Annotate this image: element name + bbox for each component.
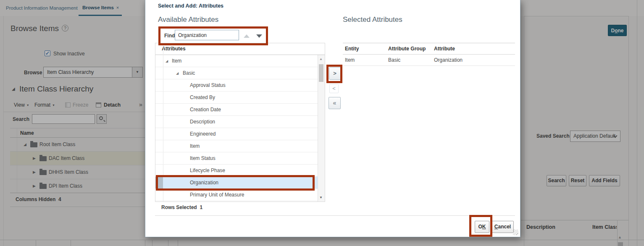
attribute-row-creation-date[interactable]: Creation Date [155,104,325,116]
attribute-row-item[interactable]: ◢Item [155,55,325,67]
attribute-row-item[interactable]: Item [155,140,325,152]
attribute-column-header[interactable]: Attribute [434,43,455,55]
selected-table-row[interactable]: Item Basic Organization [343,55,515,66]
expanded-caret-icon[interactable]: ◢ [166,55,168,67]
selected-attributes-heading: Selected Attributes [343,16,402,24]
highlight-move-button [326,65,342,83]
attribute-row-created-by[interactable]: Created By [155,92,325,104]
cancel-button[interactable]: Cancel [492,221,514,233]
remove-all-button[interactable]: « [329,97,341,109]
entity-column-header[interactable]: Entity [345,43,359,55]
attribute-row-basic[interactable]: ◢Basic [155,67,325,79]
attribute-row-primary-unit-of-measure[interactable]: Primary Unit of Measure [155,189,325,201]
scrollbar-thumb[interactable] [319,64,323,82]
remove-selected-button[interactable]: < [329,84,339,93]
attribute-row-item-status[interactable]: Item Status [155,152,325,165]
selected-attributes-table: Entity Attribute Group Attribute Item Ba… [343,43,515,66]
attribute-row-approval-status[interactable]: Approval Status [155,79,325,92]
application-window: Product Information Management Browse It… [0,0,644,246]
attribute-row-engineered[interactable]: Engineered [155,128,325,140]
attributes-scrollbar[interactable]: ▲ ▼ [318,55,325,202]
highlight-find-field [158,26,268,45]
dialog-title: Select and Add: Attributes [158,3,223,9]
highlight-organization-row [156,175,315,191]
selected-table-header: Entity Attribute Group Attribute [343,43,515,55]
attribute-group-column-header[interactable]: Attribute Group [388,43,426,55]
scrollbar-up-icon[interactable]: ▲ [319,57,323,61]
expanded-caret-icon[interactable]: ◢ [176,67,179,79]
scrollbar-down-icon[interactable]: ▼ [319,196,323,199]
available-attributes-heading: Available Attributes [158,16,218,24]
attribute-row-description[interactable]: Description [155,116,325,128]
rows-selected-status: Rows Selected 1 [161,204,202,210]
highlight-ok-button [469,215,492,237]
footer-divider [155,215,515,216]
resize-grip[interactable] [513,230,518,235]
